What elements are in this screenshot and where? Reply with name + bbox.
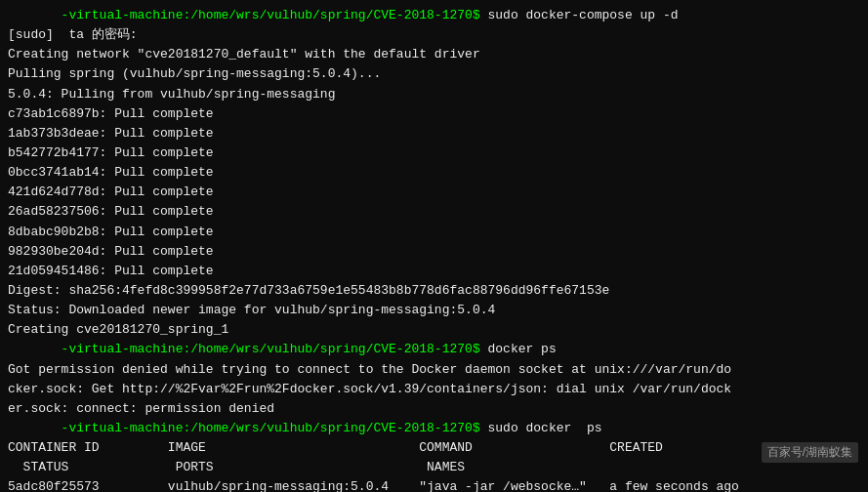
terminal-line-7: 1ab373b3deae: Pull complete bbox=[8, 124, 860, 144]
terminal-line-8: b542772b4177: Pull complete bbox=[8, 144, 860, 163]
terminal-line-22: -virtual-machine:/home/wrs/vulhub/spring… bbox=[8, 419, 860, 438]
terminal-line-16: Status: Downloaded newer image for vulhu… bbox=[8, 301, 860, 320]
terminal-line-4: Pulling spring (vulhub/spring-messaging:… bbox=[8, 64, 860, 84]
terminal-line-24: STATUS PORTS NAMES bbox=[8, 458, 860, 477]
terminal-line-14: 21d059451486: Pull complete bbox=[8, 262, 860, 281]
terminal-line-20: cker.sock: Get http://%2Fvar%2Frun%2Fdoc… bbox=[8, 380, 860, 399]
terminal-line-17: Creating cve20181270_spring_1 bbox=[8, 320, 860, 340]
terminal-line-11: 26ad58237506: Pull complete bbox=[8, 202, 860, 222]
terminal-line-1: -virtual-machine:/home/wrs/vulhub/spring… bbox=[8, 6, 860, 25]
terminal-line-15: Digest: sha256:4fefd8c399958f2e77d733a67… bbox=[8, 281, 860, 301]
terminal-line-6: c73ab1c6897b: Pull complete bbox=[8, 104, 860, 124]
terminal-line-9: 0bcc3741ab14: Pull complete bbox=[8, 163, 860, 183]
terminal-line-25: 5adc80f25573 vulhub/spring-messaging:5.0… bbox=[8, 477, 860, 492]
terminal-line-23: CONTAINER ID IMAGE COMMAND CREATED bbox=[8, 438, 860, 458]
terminal-line-3: Creating network "cve20181270_default" w… bbox=[8, 45, 860, 64]
terminal-line-2: [sudo] ta 的密码: bbox=[8, 25, 860, 45]
terminal-line-12: 8dbabc90b2b8: Pull complete bbox=[8, 223, 860, 242]
terminal-line-21: er.sock: connect: permission denied bbox=[8, 399, 860, 419]
terminal-line-5: 5.0.4: Pulling from vulhub/spring-messag… bbox=[8, 85, 860, 104]
terminal-window: -virtual-machine:/home/wrs/vulhub/spring… bbox=[0, 0, 868, 492]
terminal-line-19: Got permission denied while trying to co… bbox=[8, 360, 860, 380]
terminal-line-13: 982930be204d: Pull complete bbox=[8, 242, 860, 262]
terminal-line-10: 421d624d778d: Pull complete bbox=[8, 183, 860, 202]
terminal-line-18: -virtual-machine:/home/wrs/vulhub/spring… bbox=[8, 340, 860, 359]
